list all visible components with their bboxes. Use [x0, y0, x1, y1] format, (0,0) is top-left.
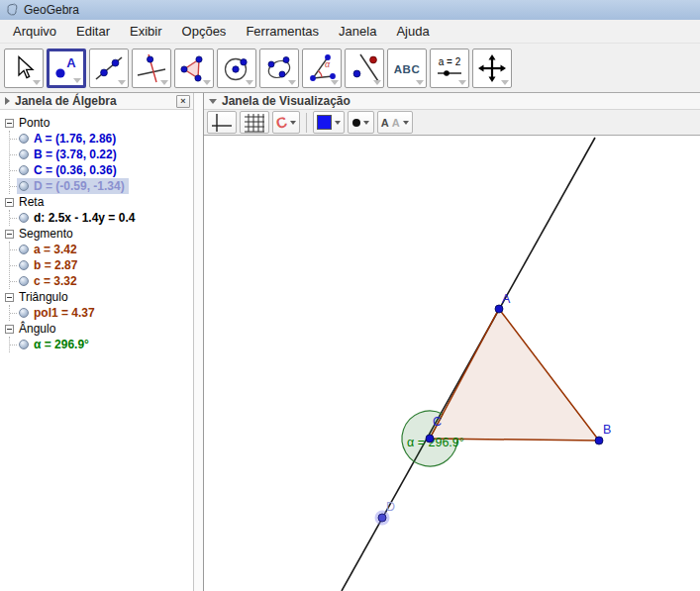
- line-tool-button[interactable]: [89, 49, 129, 88]
- item-label: α = 296.9°: [34, 338, 89, 351]
- group-label: Ângulo: [19, 322, 55, 336]
- magnet-icon: C: [274, 114, 288, 131]
- menu-ajuda[interactable]: Ajuda: [386, 21, 439, 42]
- collapse-arrow-icon[interactable]: [5, 97, 10, 105]
- tool-dropdown-icon[interactable]: [416, 80, 424, 85]
- tool-dropdown-icon[interactable]: [160, 80, 168, 85]
- tree-item-point-B[interactable]: B = (3.78, 0.22): [10, 147, 193, 162]
- move-graphics-tool-button[interactable]: [472, 49, 512, 88]
- text-style-icon: A: [392, 117, 400, 129]
- collapse-box-icon[interactable]: [5, 293, 14, 302]
- conic-tool-button[interactable]: [259, 49, 299, 88]
- tool-dropdown-icon[interactable]: [246, 80, 253, 85]
- item-label: b = 2.87: [34, 258, 77, 272]
- point-C[interactable]: [426, 435, 434, 443]
- point-tool-letter: A: [66, 55, 76, 70]
- object-marble-icon: [19, 149, 29, 159]
- tree-item-point-D[interactable]: D = (-0.59, -1.34): [10, 178, 193, 194]
- item-label: c = 3.32: [34, 274, 77, 288]
- window-title: GeoGebra: [24, 3, 79, 17]
- tool-dropdown-icon[interactable]: [73, 78, 81, 83]
- collapse-box-icon[interactable]: [5, 119, 14, 128]
- text-tool-label: ABC: [394, 62, 420, 74]
- menu-janela[interactable]: Janela: [329, 21, 386, 42]
- algebra-view-panel: Janela de Álgebra × Ponto A = (1.76, 2.8…: [0, 93, 194, 591]
- text-tool-button[interactable]: ABC: [387, 49, 427, 88]
- tree-item-segment-a[interactable]: a = 3.42: [10, 242, 193, 257]
- collapse-box-icon[interactable]: [5, 325, 14, 334]
- graphics-canvas[interactable]: α = 296.9° D A B C: [204, 136, 700, 591]
- menu-bar: Arquivo Editar Exibir Opções Ferramentas…: [0, 20, 700, 44]
- move-tool-button[interactable]: [4, 49, 44, 88]
- tool-dropdown-icon[interactable]: [118, 80, 126, 85]
- point-A-label: A: [502, 292, 511, 306]
- point-tool-button[interactable]: A: [47, 49, 86, 88]
- panel-splitter[interactable]: [194, 93, 203, 591]
- tree-item-point-C[interactable]: C = (0.36, 0.36): [10, 162, 193, 178]
- point-D[interactable]: [378, 514, 386, 522]
- menu-editar[interactable]: Editar: [66, 21, 120, 42]
- stylebar-separator: [306, 113, 307, 133]
- collapse-box-icon[interactable]: [5, 230, 14, 239]
- group-label: Ponto: [19, 116, 50, 130]
- tree-group-angulo[interactable]: Ângulo: [5, 321, 193, 337]
- tool-dropdown-icon[interactable]: [33, 80, 41, 85]
- menu-arquivo[interactable]: Arquivo: [3, 21, 66, 42]
- tree-item-line-d[interactable]: d: 2.5x - 1.4y = 0.4: [10, 210, 193, 226]
- menu-exibir[interactable]: Exibir: [120, 21, 172, 42]
- reflect-tool-button[interactable]: [345, 49, 384, 88]
- toggle-grid-button[interactable]: [240, 111, 269, 134]
- point-A[interactable]: [495, 305, 503, 313]
- point-style-button[interactable]: [348, 111, 374, 134]
- point-D-label: D: [386, 500, 395, 514]
- grid-icon: [244, 113, 265, 133]
- tool-dropdown-icon[interactable]: [288, 80, 296, 85]
- tree-group-ponto[interactable]: Ponto: [5, 115, 193, 131]
- tree-item-segment-b[interactable]: b = 2.87: [10, 257, 193, 273]
- color-picker-button[interactable]: [313, 111, 345, 134]
- algebra-tree: Ponto A = (1.76, 2.86) B = (3.78, 0.22) …: [0, 110, 193, 352]
- close-algebra-button[interactable]: ×: [176, 95, 190, 108]
- menu-ferramentas[interactable]: Ferramentas: [236, 21, 329, 42]
- point-style-icon: [352, 119, 360, 127]
- tree-group-segmento[interactable]: Segmento: [5, 226, 193, 242]
- triangle-pol1[interactable]: [430, 309, 599, 441]
- graphics-view-panel: Janela de Visualização C: [203, 93, 700, 591]
- point-B-label: B: [603, 423, 611, 437]
- label-style-button[interactable]: A A: [377, 111, 413, 134]
- snap-to-grid-button[interactable]: C: [272, 111, 300, 134]
- perpendicular-line-tool-button[interactable]: [132, 49, 171, 88]
- collapse-arrow-icon[interactable]: [209, 99, 217, 104]
- angle-tool-button[interactable]: α: [302, 49, 342, 88]
- chevron-down-icon: [335, 121, 341, 125]
- circle-tool-button[interactable]: [217, 49, 256, 88]
- toggle-axes-button[interactable]: [207, 111, 237, 134]
- tree-group-triangulo[interactable]: Triângulo: [5, 289, 193, 305]
- item-label: C = (0.36, 0.36): [34, 163, 117, 177]
- tool-dropdown-icon[interactable]: [203, 80, 211, 85]
- tree-item-alpha[interactable]: α = 296.9°: [10, 337, 193, 352]
- object-marble-icon: [19, 165, 29, 175]
- slider-tool-button[interactable]: a = 2: [430, 49, 469, 88]
- geogebra-window: { "window": { "title": "GeoGebra" }, "me…: [0, 0, 700, 591]
- collapse-box-icon[interactable]: [5, 198, 14, 207]
- object-marble-icon: [19, 276, 29, 286]
- tree-item-point-A[interactable]: A = (1.76, 2.86): [10, 131, 193, 147]
- tree-item-pol1[interactable]: pol1 = 4.37: [10, 305, 193, 321]
- tree-item-segment-c[interactable]: c = 3.32: [10, 273, 193, 289]
- object-marble-icon: [19, 308, 29, 318]
- tool-dropdown-icon[interactable]: [501, 80, 509, 85]
- object-marble-icon: [19, 213, 29, 223]
- menu-opcoes[interactable]: Opções: [172, 21, 237, 42]
- item-label: a = 3.42: [34, 243, 77, 256]
- tool-dropdown-icon[interactable]: [331, 80, 339, 85]
- chevron-down-icon: [290, 121, 296, 125]
- tool-dropdown-icon[interactable]: [373, 80, 381, 85]
- tree-group-reta[interactable]: Reta: [5, 194, 193, 210]
- polygon-tool-button[interactable]: [174, 49, 214, 88]
- tool-dropdown-icon[interactable]: [458, 80, 466, 85]
- chevron-down-icon: [403, 121, 409, 125]
- item-label: pol1 = 4.37: [34, 306, 95, 320]
- point-C-label: C: [433, 415, 442, 429]
- point-B[interactable]: [595, 437, 603, 444]
